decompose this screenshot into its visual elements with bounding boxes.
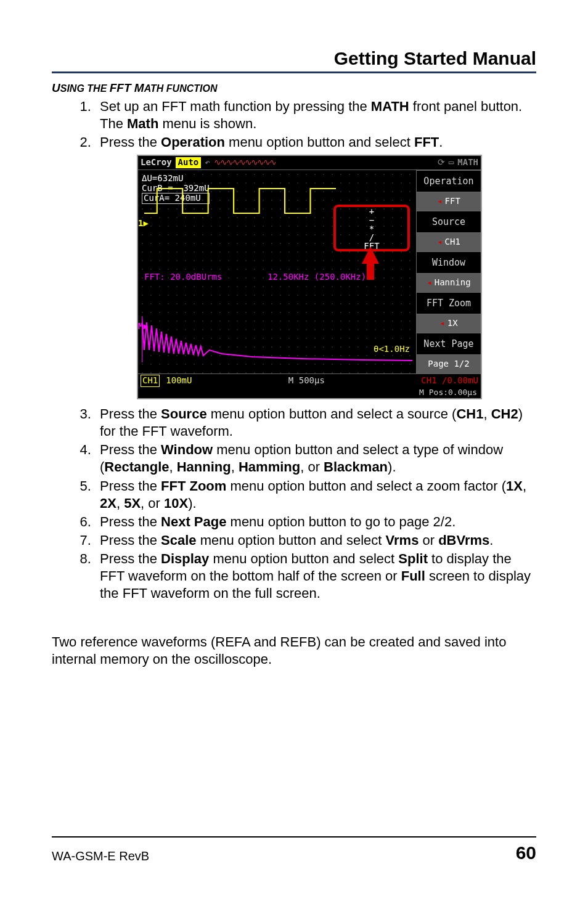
step-4: Press the Window menu option button and … bbox=[95, 441, 536, 476]
reference-paragraph: Two reference waveforms (REFA and REFB) … bbox=[52, 634, 536, 669]
step-8: Press the Display menu option button and… bbox=[95, 550, 536, 602]
status-ch1: CH1 bbox=[141, 375, 160, 387]
step-1: Set up an FFT math function by pressing … bbox=[95, 98, 536, 132]
page-footer: WA-GSM-E RevB 60 bbox=[52, 836, 536, 863]
scope-status-bar: CH1 100mU M 500µs CH1 /0.00mU bbox=[138, 373, 481, 388]
operation-popup-highlight: + − * / FFT bbox=[333, 205, 410, 251]
menu-source[interactable]: Source bbox=[417, 211, 481, 232]
status-ch1-value: 100mU bbox=[166, 375, 192, 386]
menu-fft-zoom[interactable]: FFT Zoom bbox=[417, 292, 481, 314]
menu-next-page[interactable]: Next Page bbox=[417, 333, 481, 354]
footer-doc-id: WA-GSM-E RevB bbox=[52, 849, 149, 863]
ch1-marker: 1▶ bbox=[138, 218, 149, 229]
scope-mode-badge: Auto bbox=[176, 157, 202, 168]
wave-preview-icon: ∿∿∿∿∿∿∿∿∿∿ bbox=[214, 157, 434, 168]
fft-label-right: 12.50KHz (250.0KHz) bbox=[267, 272, 366, 283]
fft-label-left: FFT: 20.0dBUrms bbox=[144, 272, 222, 283]
menu-window-value[interactable]: Hanning bbox=[417, 273, 481, 292]
floppy-icon: ▭ bbox=[449, 157, 454, 168]
step-2: Press the Operation menu option button a… bbox=[95, 134, 536, 399]
menu-operation[interactable]: Operation bbox=[417, 170, 481, 192]
step-6: Press the Next Page menu option button t… bbox=[95, 513, 536, 531]
menu-fft-zoom-value[interactable]: 1X bbox=[417, 314, 481, 333]
scope-brand: LeCroy bbox=[141, 157, 172, 168]
step-3: Press the Source menu option button and … bbox=[95, 406, 536, 440]
step-7: Press the Scale menu option button and s… bbox=[95, 532, 536, 549]
oscilloscope-screenshot: LeCroy Auto ↶ ∿∿∿∿∿∿∿∿∿∿ ⟳ ▭ MATH ΔU bbox=[137, 155, 482, 399]
status-position: M Pos:0.00µs bbox=[138, 388, 481, 398]
highlight-arrow-icon bbox=[362, 247, 379, 264]
menu-window[interactable]: Window bbox=[417, 251, 481, 273]
section-heading: USING THE FFT MATH FUNCTION bbox=[52, 79, 536, 96]
sync-icon: ⟳ bbox=[438, 157, 445, 168]
undo-icon: ↶ bbox=[205, 157, 210, 168]
square-wave bbox=[144, 182, 336, 219]
menu-title: MATH bbox=[457, 157, 478, 168]
status-trigger: CH1 /0.00mU bbox=[421, 375, 478, 386]
menu-source-value[interactable]: CH1 bbox=[417, 232, 481, 251]
fft-wave bbox=[142, 313, 412, 362]
menu-next-page-value[interactable]: Page 1/2 bbox=[417, 354, 481, 373]
page-number: 60 bbox=[516, 842, 536, 863]
steps-list: Set up an FFT math function by pressing … bbox=[52, 98, 536, 603]
scope-graph: ΔU=632mU CurB = -392mU CurA= 240mU 1▶ M▶ bbox=[138, 170, 417, 373]
page-header: Getting Started Manual bbox=[52, 48, 536, 69]
hz-label: θ<1.0Hz bbox=[374, 344, 410, 355]
menu-operation-value[interactable]: FFT bbox=[417, 192, 481, 211]
step-5: Press the FFT Zoom menu option button an… bbox=[95, 478, 536, 512]
scope-side-menu: Operation FFT Source CH1 Window Hanning … bbox=[417, 170, 481, 373]
status-timebase: M 500µs bbox=[198, 375, 415, 386]
header-rule bbox=[52, 71, 536, 73]
